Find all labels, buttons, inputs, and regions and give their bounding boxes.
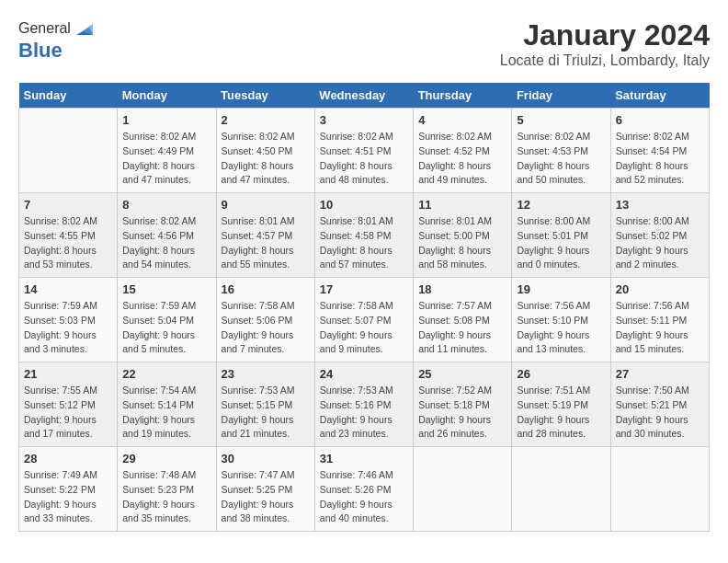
calendar-cell: 1Sunrise: 8:02 AMSunset: 4:49 PMDaylight… bbox=[118, 109, 216, 193]
logo-icon bbox=[73, 18, 93, 39]
day-number: 29 bbox=[122, 452, 210, 465]
calendar-cell: 4Sunrise: 8:02 AMSunset: 4:52 PMDaylight… bbox=[414, 109, 512, 193]
page-subtitle: Locate di Triulzi, Lombardy, Italy bbox=[500, 52, 710, 69]
calendar-header-row: SundayMondayTuesdayWednesdayThursdayFrid… bbox=[19, 83, 710, 109]
day-info: Sunrise: 7:47 AMSunset: 5:25 PMDaylight:… bbox=[222, 468, 310, 526]
day-info: Sunrise: 8:00 AMSunset: 5:02 PMDaylight:… bbox=[616, 214, 704, 272]
day-info: Sunrise: 7:57 AMSunset: 5:08 PMDaylight:… bbox=[418, 299, 506, 357]
calendar-cell bbox=[610, 447, 709, 532]
day-number: 10 bbox=[320, 198, 408, 212]
calendar-day-header: Wednesday bbox=[314, 83, 413, 109]
calendar-cell: 13Sunrise: 8:00 AMSunset: 5:02 PMDayligh… bbox=[610, 193, 709, 278]
calendar-cell: 27Sunrise: 7:50 AMSunset: 5:21 PMDayligh… bbox=[610, 362, 709, 447]
calendar-cell: 6Sunrise: 8:02 AMSunset: 4:54 PMDaylight… bbox=[610, 109, 709, 193]
day-info: Sunrise: 8:00 AMSunset: 5:01 PMDaylight:… bbox=[517, 214, 605, 272]
calendar-week-row: 14Sunrise: 7:59 AMSunset: 5:03 PMDayligh… bbox=[19, 278, 710, 362]
logo-blue-text: Blue bbox=[18, 39, 93, 63]
day-number: 28 bbox=[24, 452, 112, 465]
calendar-cell: 16Sunrise: 7:58 AMSunset: 5:06 PMDayligh… bbox=[216, 278, 314, 362]
calendar-day-header: Thursday bbox=[414, 83, 512, 109]
calendar-cell: 28Sunrise: 7:49 AMSunset: 5:22 PMDayligh… bbox=[19, 447, 118, 532]
calendar-cell: 2Sunrise: 8:02 AMSunset: 4:50 PMDaylight… bbox=[216, 109, 314, 193]
day-info: Sunrise: 8:01 AMSunset: 4:57 PMDaylight:… bbox=[222, 214, 310, 272]
day-info: Sunrise: 8:02 AMSunset: 4:49 PMDaylight:… bbox=[122, 130, 210, 188]
day-number: 6 bbox=[616, 113, 704, 127]
day-info: Sunrise: 8:02 AMSunset: 4:53 PMDaylight:… bbox=[517, 130, 605, 188]
day-info: Sunrise: 7:56 AMSunset: 5:11 PMDaylight:… bbox=[616, 299, 704, 357]
calendar-cell: 24Sunrise: 7:53 AMSunset: 5:16 PMDayligh… bbox=[314, 362, 413, 447]
day-number: 19 bbox=[517, 282, 605, 296]
calendar-day-header: Monday bbox=[118, 83, 216, 109]
day-info: Sunrise: 7:55 AMSunset: 5:12 PMDaylight:… bbox=[24, 384, 112, 442]
day-number: 15 bbox=[122, 282, 210, 296]
day-number: 17 bbox=[320, 282, 408, 296]
calendar-cell: 29Sunrise: 7:48 AMSunset: 5:23 PMDayligh… bbox=[118, 447, 216, 532]
day-number: 22 bbox=[122, 367, 210, 381]
calendar-cell: 19Sunrise: 7:56 AMSunset: 5:10 PMDayligh… bbox=[512, 278, 610, 362]
day-info: Sunrise: 7:59 AMSunset: 5:03 PMDaylight:… bbox=[24, 299, 112, 357]
day-info: Sunrise: 8:02 AMSunset: 4:50 PMDaylight:… bbox=[222, 130, 310, 188]
calendar-cell bbox=[414, 447, 512, 532]
calendar-table: SundayMondayTuesdayWednesdayThursdayFrid… bbox=[18, 83, 710, 532]
title-block: January 2024 Locate di Triulzi, Lombardy… bbox=[500, 18, 710, 69]
day-number: 12 bbox=[517, 198, 605, 212]
day-number: 11 bbox=[418, 198, 506, 212]
day-number: 8 bbox=[122, 198, 210, 212]
day-info: Sunrise: 7:56 AMSunset: 5:10 PMDaylight:… bbox=[517, 299, 605, 357]
day-number: 5 bbox=[517, 113, 605, 127]
calendar-cell: 9Sunrise: 8:01 AMSunset: 4:57 PMDaylight… bbox=[216, 193, 314, 278]
calendar-cell: 18Sunrise: 7:57 AMSunset: 5:08 PMDayligh… bbox=[414, 278, 512, 362]
calendar-week-row: 28Sunrise: 7:49 AMSunset: 5:22 PMDayligh… bbox=[19, 447, 710, 532]
day-number: 20 bbox=[616, 282, 704, 296]
day-number: 31 bbox=[320, 452, 408, 465]
calendar-cell bbox=[512, 447, 610, 532]
calendar-cell: 12Sunrise: 8:00 AMSunset: 5:01 PMDayligh… bbox=[512, 193, 610, 278]
day-info: Sunrise: 7:54 AMSunset: 5:14 PMDaylight:… bbox=[122, 384, 210, 442]
day-number: 18 bbox=[418, 282, 506, 296]
day-number: 26 bbox=[517, 367, 605, 381]
day-info: Sunrise: 7:52 AMSunset: 5:18 PMDaylight:… bbox=[418, 384, 506, 442]
day-info: Sunrise: 7:50 AMSunset: 5:21 PMDaylight:… bbox=[616, 384, 704, 442]
calendar-day-header: Tuesday bbox=[216, 83, 314, 109]
calendar-cell: 14Sunrise: 7:59 AMSunset: 5:03 PMDayligh… bbox=[19, 278, 118, 362]
day-info: Sunrise: 7:51 AMSunset: 5:19 PMDaylight:… bbox=[517, 384, 605, 442]
day-number: 25 bbox=[418, 367, 506, 381]
day-info: Sunrise: 7:46 AMSunset: 5:26 PMDaylight:… bbox=[320, 468, 408, 526]
calendar-day-header: Saturday bbox=[610, 83, 709, 109]
day-info: Sunrise: 7:53 AMSunset: 5:16 PMDaylight:… bbox=[320, 384, 408, 442]
day-info: Sunrise: 8:02 AMSunset: 4:56 PMDaylight:… bbox=[122, 214, 210, 272]
day-number: 24 bbox=[320, 367, 408, 381]
calendar-cell: 8Sunrise: 8:02 AMSunset: 4:56 PMDaylight… bbox=[118, 193, 216, 278]
calendar-cell: 23Sunrise: 7:53 AMSunset: 5:15 PMDayligh… bbox=[216, 362, 314, 447]
calendar-week-row: 21Sunrise: 7:55 AMSunset: 5:12 PMDayligh… bbox=[19, 362, 710, 447]
calendar-cell: 30Sunrise: 7:47 AMSunset: 5:25 PMDayligh… bbox=[216, 447, 314, 532]
calendar-day-header: Friday bbox=[512, 83, 610, 109]
day-info: Sunrise: 7:48 AMSunset: 5:23 PMDaylight:… bbox=[122, 468, 210, 526]
day-number: 27 bbox=[616, 367, 704, 381]
day-info: Sunrise: 7:58 AMSunset: 5:07 PMDaylight:… bbox=[320, 299, 408, 357]
day-number: 9 bbox=[222, 198, 310, 212]
calendar-cell: 5Sunrise: 8:02 AMSunset: 4:53 PMDaylight… bbox=[512, 109, 610, 193]
calendar-week-row: 1Sunrise: 8:02 AMSunset: 4:49 PMDaylight… bbox=[19, 109, 710, 193]
calendar-day-header: Sunday bbox=[19, 83, 118, 109]
day-number: 3 bbox=[320, 113, 408, 127]
logo-general-text: General bbox=[18, 20, 71, 37]
calendar-cell: 11Sunrise: 8:01 AMSunset: 5:00 PMDayligh… bbox=[414, 193, 512, 278]
calendar-cell: 3Sunrise: 8:02 AMSunset: 4:51 PMDaylight… bbox=[314, 109, 413, 193]
day-number: 21 bbox=[24, 367, 112, 381]
day-number: 2 bbox=[222, 113, 310, 127]
day-number: 1 bbox=[122, 113, 210, 127]
calendar-cell: 25Sunrise: 7:52 AMSunset: 5:18 PMDayligh… bbox=[414, 362, 512, 447]
page-header: General Blue January 2024 Locate di Triu… bbox=[18, 18, 710, 69]
calendar-cell bbox=[19, 109, 118, 193]
calendar-cell: 31Sunrise: 7:46 AMSunset: 5:26 PMDayligh… bbox=[314, 447, 413, 532]
calendar-cell: 15Sunrise: 7:59 AMSunset: 5:04 PMDayligh… bbox=[118, 278, 216, 362]
day-number: 13 bbox=[616, 198, 704, 212]
day-info: Sunrise: 7:58 AMSunset: 5:06 PMDaylight:… bbox=[222, 299, 310, 357]
day-info: Sunrise: 7:49 AMSunset: 5:22 PMDaylight:… bbox=[24, 468, 112, 526]
day-info: Sunrise: 8:02 AMSunset: 4:54 PMDaylight:… bbox=[616, 130, 704, 188]
day-number: 4 bbox=[418, 113, 506, 127]
logo: General Blue bbox=[18, 18, 93, 63]
day-info: Sunrise: 7:59 AMSunset: 5:04 PMDaylight:… bbox=[122, 299, 210, 357]
calendar-cell: 20Sunrise: 7:56 AMSunset: 5:11 PMDayligh… bbox=[610, 278, 709, 362]
